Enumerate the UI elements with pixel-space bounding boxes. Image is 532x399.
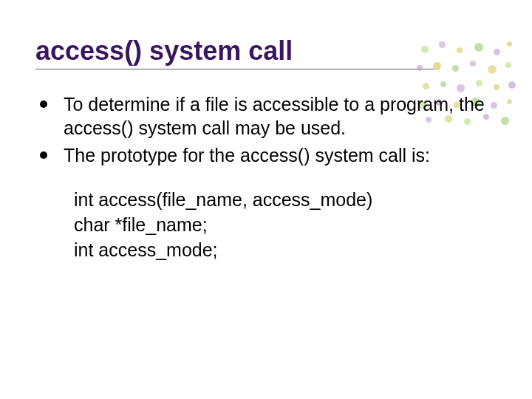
title-underline: [35, 69, 434, 69]
code-line: int access_mode;: [74, 238, 497, 263]
code-line: int access(file_name, access_mode): [74, 188, 497, 213]
slide-body: To determine if a file is accessible to …: [35, 93, 497, 262]
code-block: int access(file_name, access_mode) char …: [74, 188, 497, 262]
slide-title: access() system call: [35, 35, 497, 66]
code-line: char *file_name;: [74, 213, 497, 238]
slide: access() system call To determine if a f…: [0, 0, 532, 399]
bullet-list: To determine if a file is accessible to …: [35, 93, 497, 167]
bullet-item: The prototype for the access() system ca…: [35, 144, 497, 167]
bullet-item: To determine if a file is accessible to …: [35, 93, 497, 140]
